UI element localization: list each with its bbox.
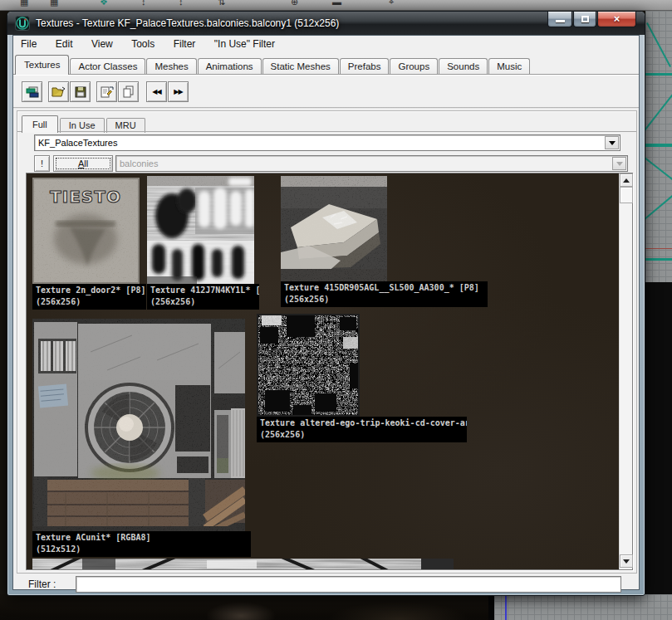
chevron-down-icon [616,162,623,166]
background-bottom [0,594,672,620]
browser-tabs: Textures Actor Classes Meshes Animations… [15,53,639,74]
minimize-button[interactable] [547,12,572,27]
tab-groups[interactable]: Groups [390,58,438,75]
unreal-logo-icon [15,16,30,31]
package-combo[interactable]: KF_PalaceTextures [34,134,620,151]
texture-name: Texture 412J7N4KY1L* [P8] [150,285,256,296]
tab-prefabs[interactable]: Prefabs [340,58,390,75]
group-combo-drop-button[interactable] [612,157,626,170]
texture-name: Texture altered-ego-trip-keoki-cd-cover-… [260,417,464,429]
texture-label: Texture altered-ego-trip-keoki-cd-cover-… [257,417,467,442]
texture-thumbnail-partial[interactable] [32,559,454,569]
background-toolbar-icon-fragment: ▬ [332,0,341,7]
scrollbar-thumb[interactable] [620,187,633,203]
open-folder-icon [52,85,66,99]
background-toolbar-icon-fragment: ❖ [100,0,108,7]
all-groups-button[interactable]: All [53,155,113,172]
browser-panel: Full In Use MRU KF_PalaceTextures ! All … [17,110,637,574]
subtab-full[interactable]: Full [22,115,58,133]
client-area: File Edit View Tools Filter "In Use" Fil… [12,35,640,590]
package-combo-value: KF_PalaceTextures [38,138,117,148]
texture-label: Texture 2n_door2* [P8] (256x256) [32,284,146,310]
texture-thumbnail-2n-door2[interactable]: TIESTO [32,178,140,284]
minimize-icon [556,20,565,22]
texture-label: Texture ACunit* [RGBA8] (512x512) [32,531,251,557]
previous-button[interactable]: ◀◀ [146,81,167,102]
save-icon [74,85,87,99]
vertical-scrollbar[interactable] [619,173,632,569]
tiesto-logo-text: TIESTO [50,187,121,207]
menu-view[interactable]: View [84,36,120,53]
background-toolbar-icon-fragment: ⇅ [218,0,225,7]
tab-actor-classes[interactable]: Actor Classes [70,58,145,75]
view-subtabs: Full In Use MRU [22,113,147,132]
dock-icon [26,85,39,99]
tab-textures[interactable]: Textures [15,55,69,75]
background-viewport-grid [645,11,672,282]
scrollbar-down-icon [623,559,630,564]
texture-thumbnail-acunit[interactable] [32,319,245,531]
filter-label: Filter : [28,579,56,590]
texture-name: Texture ACunit* [RGBA8] [36,532,248,544]
previous-icon: ◀◀ [152,88,160,95]
toolbar: ◀◀ ▶▶ [17,80,639,107]
group-combo-value: balconies [120,159,158,168]
package-combo-drop-button[interactable] [605,136,619,149]
close-icon: × [598,12,635,25]
background-toolbar-icon-fragment: ▦ [20,0,28,7]
tab-animations[interactable]: Animations [198,58,262,75]
properties-icon [100,85,114,99]
texture-thumbnail-altered-ego[interactable] [257,314,360,417]
dock-button[interactable] [22,81,42,102]
texture-label: Texture 412J7N4KY1L* [P8] (256x256) [147,284,259,310]
screen: ▦ ▦ ❖ ↕ ↕ ⇅ ⊕ ▬ ⌖ [0,0,672,620]
background-editor-toolbar: ▦ ▦ ❖ ↕ ↕ ⇅ ⊕ ▬ ⌖ [0,0,672,11]
background-toolbar-icon-fragment: ⌖ [389,0,394,7]
menu-tools[interactable]: Tools [124,36,162,53]
texture-browser-window: Textures - Texture KF_PalaceTextures.bal… [7,11,645,596]
tabs-divider-highlight [13,75,639,76]
background-toolbar-icon-fragment: ▦ [50,0,58,7]
maximize-icon [581,16,589,22]
texture-size: (256x256) [150,296,256,308]
group-combo[interactable]: balconies [115,155,628,172]
texture-name: Texture 415DR905AGL__SL500_AA300_* [P8] [284,282,484,294]
texture-grid-area: TIESTO Texture 2n_door2* [P8] (256x256) [26,173,633,570]
save-package-button[interactable] [70,81,91,102]
texture-size: (512x512) [36,544,248,555]
properties-button[interactable] [96,81,117,102]
background-dark-area [645,282,672,594]
title-bar[interactable]: Textures - Texture KF_PalaceTextures.bal… [7,12,645,35]
tab-meshes[interactable]: Meshes [146,58,196,75]
copy-button[interactable] [118,81,139,102]
refresh-bang-button[interactable]: ! [34,155,50,172]
close-button[interactable]: × [597,12,636,27]
texture-thumbnail-415dr905agl[interactable] [281,176,387,281]
filter-row: Filter : [13,576,639,593]
scroll-down-button[interactable] [620,554,633,568]
texture-label: Texture 415DR905AGL__SL500_AA300_* [P8] … [281,281,488,307]
next-icon: ▶▶ [174,88,182,95]
maximize-button[interactable] [573,12,596,27]
next-button[interactable]: ▶▶ [168,81,189,102]
menu-bar: File Edit View Tools Filter "In Use" Fil… [13,36,639,53]
all-groups-label: All [54,156,112,168]
background-toolbar-icon-fragment: ↕ [141,0,146,7]
menu-edit[interactable]: Edit [48,36,81,53]
menu-file[interactable]: File [13,36,44,53]
menu-filter[interactable]: Filter [166,36,204,53]
background-toolbar-icon-fragment: ↕ [179,0,184,7]
copy-icon [122,85,135,99]
tab-music[interactable]: Music [488,58,530,75]
menu-in-use-filter[interactable]: "In Use" Filter [207,36,282,53]
texture-size: (256x256) [36,296,143,308]
filter-input[interactable] [76,576,621,593]
texture-thumbnail-412j7n4ky1l[interactable] [147,176,254,285]
tab-sounds[interactable]: Sounds [439,58,488,75]
scroll-up-button[interactable] [620,173,633,187]
tab-static-meshes[interactable]: Static Meshes [262,58,339,75]
scrollbar-up-icon [623,178,630,183]
subtabs-divider [17,131,636,132]
open-package-button[interactable] [48,81,69,102]
toolbar-divider [13,107,639,109]
